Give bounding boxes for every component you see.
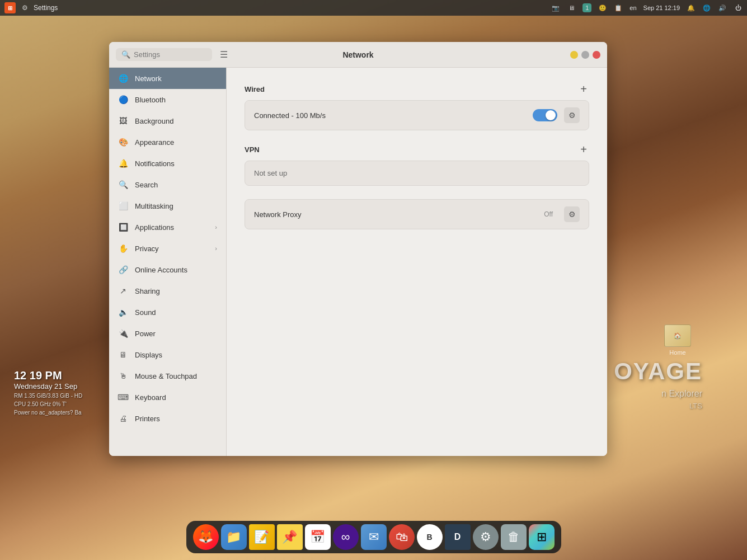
sidebar-label-notifications: Notifications xyxy=(135,159,175,168)
screen-icon[interactable]: 🖥 xyxy=(567,3,576,12)
topbar-app-name: Settings xyxy=(34,4,58,12)
wired-settings-button[interactable]: ⚙ xyxy=(564,107,580,123)
maximize-button[interactable] xyxy=(581,51,589,59)
vpn-add-button[interactable]: + xyxy=(578,144,589,155)
search-box[interactable]: 🔍 xyxy=(116,48,212,61)
sidebar-icon-online-accounts: 🔗 xyxy=(118,265,128,275)
wired-card: Connected - 100 Mb/s ⚙ xyxy=(245,100,589,130)
dock-item-bose[interactable]: B xyxy=(417,524,443,550)
network-topbar-icon[interactable]: 🌐 xyxy=(702,3,711,12)
sidebar-item-keyboard[interactable]: ⌨Keyboard xyxy=(109,387,226,408)
dock-item-trash[interactable]: 🗑 xyxy=(501,524,527,550)
sidebar-label-applications: Applications xyxy=(135,223,174,232)
folder-image: 🏠 xyxy=(664,324,691,347)
desktop-clock: 12 19 PM Wednesday 21 Sep xyxy=(14,369,77,390)
sidebar-icon-power: 🔌 xyxy=(118,328,128,338)
search-input[interactable] xyxy=(134,50,206,59)
sidebar-item-mouse-touchpad[interactable]: 🖱Mouse & Touchpad xyxy=(109,365,226,387)
settings-icon: ⚙ xyxy=(20,3,29,12)
sidebar-item-applications[interactable]: 🔲Applications› xyxy=(109,217,226,238)
sidebar-chevron-privacy: › xyxy=(215,245,217,252)
dock-item-firefox[interactable]: 🦊 xyxy=(193,524,219,550)
sidebar-icon-displays: 🖥 xyxy=(118,350,128,360)
ram-info: RM 1.35 GiB/3.83 GiB - HD xyxy=(14,392,82,400)
sidebar-item-background[interactable]: 🖼Background xyxy=(109,110,226,131)
window-body: 🌐Network🔵Bluetooth🖼Background🎨Appearance… xyxy=(109,68,607,456)
window-title: Network xyxy=(342,50,373,59)
dock-item-notes[interactable]: 📝 xyxy=(249,524,275,550)
sidebar-label-appearance: Appearance xyxy=(135,138,174,147)
datetime-display: Sep 21 12:19 xyxy=(643,4,680,11)
desktop-explorer-text: n Explorer xyxy=(661,389,702,399)
minimize-button[interactable] xyxy=(570,51,578,59)
proxy-settings-button[interactable]: ⚙ xyxy=(564,206,580,222)
sidebar-icon-printers: 🖨 xyxy=(118,413,128,423)
main-content: Wired + Connected - 100 Mb/s ⚙ VPN xyxy=(227,68,607,456)
sidebar-label-network: Network xyxy=(135,74,162,83)
sidebar-item-printers[interactable]: 🖨Printers xyxy=(109,408,226,429)
clock-time: 12 19 PM xyxy=(14,369,77,382)
power-topbar-icon[interactable]: ⏻ xyxy=(734,3,743,12)
wired-title: Wired xyxy=(245,85,265,93)
wired-section: Wired + Connected - 100 Mb/s ⚙ xyxy=(245,83,589,130)
titlebar-left: 🔍 ☰ xyxy=(109,48,232,61)
sidebar-item-notifications[interactable]: 🔔Notifications xyxy=(109,153,226,174)
sidebar-icon-appearance: 🎨 xyxy=(118,137,128,147)
notification-bell-icon[interactable]: 🔔 xyxy=(687,3,696,12)
volume-icon[interactable]: 🔊 xyxy=(718,3,727,12)
dock-item-mail[interactable]: ✉ xyxy=(361,524,387,550)
sidebar-icon-sound: 🔈 xyxy=(118,307,128,317)
desktop-brand-text: OYAGE xyxy=(614,358,702,385)
dock-item-typst[interactable]: D xyxy=(445,524,471,550)
clock-date: Wednesday 21 Sep xyxy=(14,382,77,390)
power-info: Power no ac_adapters? Ba xyxy=(14,408,82,417)
dock-item-store[interactable]: 🛍 xyxy=(389,524,415,550)
sidebar-label-background: Background xyxy=(135,117,173,125)
accessibility-icon[interactable]: 🙂 xyxy=(598,3,607,12)
sidebar-item-power[interactable]: 🔌Power xyxy=(109,323,226,344)
sidebar-item-online-accounts[interactable]: 🔗Online Accounts xyxy=(109,259,226,280)
sidebar-label-search: Search xyxy=(135,181,158,189)
sidebar-icon-notifications: 🔔 xyxy=(118,158,128,168)
sidebar-icon-applications: 🔲 xyxy=(118,222,128,232)
dock-item-calendar[interactable]: 📅 xyxy=(305,524,331,550)
dock-item-settings-dock[interactable]: ⚙ xyxy=(473,524,499,550)
sidebar-item-bluetooth[interactable]: 🔵Bluetooth xyxy=(109,89,226,110)
apps-grid-icon[interactable]: ⊞ xyxy=(4,2,16,13)
close-button[interactable] xyxy=(593,51,600,59)
sidebar-item-sound[interactable]: 🔈Sound xyxy=(109,302,226,323)
sidebar-item-sharing[interactable]: ↗Sharing xyxy=(109,280,226,302)
sidebar-label-privacy: Privacy xyxy=(135,244,159,253)
topbar-right: 📷 🖥 1 🙂 📋 en Sep 21 12:19 🔔 🌐 🔊 ⏻ xyxy=(551,3,743,12)
dock-item-files[interactable]: 📁 xyxy=(221,524,247,550)
screenshot-icon[interactable]: 📷 xyxy=(551,3,560,12)
sidebar-item-appearance[interactable]: 🎨Appearance xyxy=(109,131,226,153)
vpn-section-header: VPN + xyxy=(245,144,589,155)
locale-indicator[interactable]: en xyxy=(629,4,636,11)
dock-item-infinity[interactable]: ∞ xyxy=(333,524,359,550)
desktop-system-info: RM 1.35 GiB/3.83 GiB - HD CPU 2.50 GHz 0… xyxy=(14,392,82,417)
dock-item-apps[interactable]: ⊞ xyxy=(529,524,555,550)
hamburger-button[interactable]: ☰ xyxy=(215,49,232,60)
sidebar-label-multitasking: Multitasking xyxy=(135,202,173,210)
sidebar-icon-bluetooth: 🔵 xyxy=(118,95,128,105)
clipboard-icon[interactable]: 📋 xyxy=(614,3,623,12)
sidebar-chevron-applications: › xyxy=(215,224,217,230)
counter-icon[interactable]: 1 xyxy=(582,3,591,12)
vpn-title: VPN xyxy=(245,145,260,154)
sidebar-item-multitasking[interactable]: ⬜Multitasking xyxy=(109,195,226,217)
sidebar-label-sharing: Sharing xyxy=(135,287,160,295)
sidebar-item-network[interactable]: 🌐Network xyxy=(109,68,226,89)
home-folder-icon[interactable]: 🏠 Home xyxy=(664,324,691,356)
wired-add-button[interactable]: + xyxy=(578,83,589,95)
home-folder-label: Home xyxy=(669,349,685,356)
vpn-section: VPN + Not set up xyxy=(245,144,589,186)
sidebar-item-privacy[interactable]: ✋Privacy› xyxy=(109,238,226,259)
sidebar-item-displays[interactable]: 🖥Displays xyxy=(109,344,226,365)
settings-window: 🔍 ☰ Network 🌐Network🔵Bluetooth🖼Backgroun… xyxy=(109,42,607,456)
proxy-card: Network Proxy Off ⚙ xyxy=(245,199,589,229)
dock-item-sticky[interactable]: 📌 xyxy=(277,524,303,550)
window-titlebar: 🔍 ☰ Network xyxy=(109,42,607,68)
wired-toggle[interactable] xyxy=(533,109,557,121)
sidebar-item-search[interactable]: 🔍Search xyxy=(109,174,226,195)
